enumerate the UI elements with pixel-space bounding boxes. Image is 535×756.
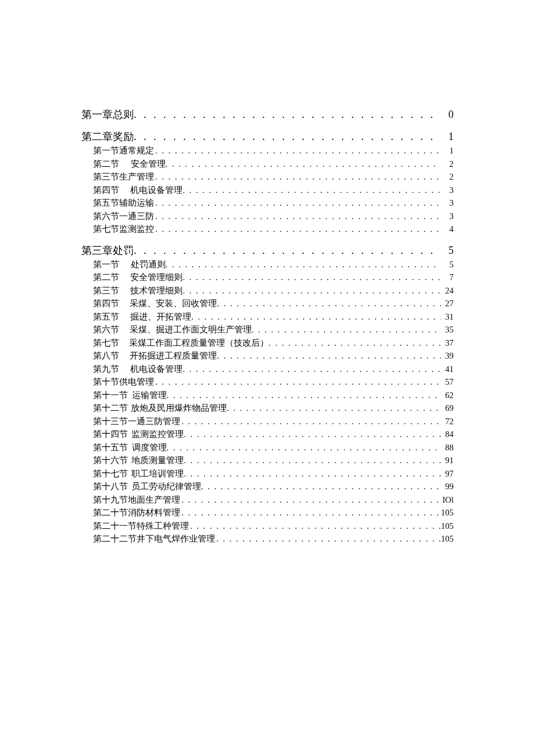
toc-entry: 第七节监测监控 4 [81, 225, 454, 234]
toc-entry-title: 监测监控管理 [131, 430, 184, 439]
toc-leader-dots [155, 173, 441, 181]
toc-entry-title: 放炮及民用爆炸物品管理 [131, 404, 227, 413]
toc-entry-page: 37 [441, 339, 454, 347]
toc-entry-title: 掘进、开拓管理 [130, 313, 191, 321]
toc-entry-title: 采煤、安装、回收管理 [130, 299, 217, 308]
toc-entry-title: 机电设备管理 [130, 365, 183, 374]
toc-entry: 第十六节地质测量管理 91 [81, 456, 454, 465]
toc-entry-title: 处罚通则 [131, 260, 166, 269]
toc-entry-label: 第二十一节特殊工种管理 [93, 522, 189, 531]
toc-entry-page: 105 [441, 508, 454, 517]
toc-entry-label: 第五节 [93, 313, 127, 321]
toc-leader-dots [155, 146, 441, 155]
toc-leader-dots [134, 131, 441, 142]
toc-entry-page: 0 [441, 109, 454, 120]
toc-leader-dots [166, 160, 441, 169]
toc-entry-page: 1 [441, 146, 454, 155]
toc-entry-title: 地质测量管理 [131, 456, 184, 465]
toc-entry-label: 第八节 [93, 352, 127, 360]
toc-entry-label: 第七节 [93, 339, 127, 347]
toc-entry-label: 第十一节 [93, 391, 128, 400]
toc-entry-title: 职工培训管理 [131, 470, 184, 478]
table-of-contents: 第一章总则 0第二章奖励 1第一节通常规定 1第二节安全管理 2第三节生产管理 … [81, 109, 454, 543]
toc-entry-page: 84 [441, 430, 454, 439]
toc-entry: 第十九节地面生产管理 IOl [81, 496, 454, 504]
toc-entry-page: 69 [441, 404, 454, 413]
toc-entry-page: 3 [441, 199, 454, 207]
toc-entry-page: 35 [441, 325, 454, 334]
toc-entry: 第四节机电设备管理 3 [81, 186, 454, 195]
toc-entry-title: 开拓掘进工程质量管理 [130, 352, 217, 360]
toc-entry-page: 88 [441, 443, 454, 452]
toc-entry: 第十八节员工劳动纪律管理 99 [81, 482, 454, 491]
toc-entry-page: 31 [441, 313, 454, 321]
toc-entry: 第十二节放炮及民用爆炸物品管理 69 [81, 404, 454, 413]
toc-entry: 第二十二节井下电气焊作业管理 105 [81, 535, 454, 543]
toc-entry: 第十一节运输管理 62 [81, 391, 454, 400]
toc-entry-label: 第六节 [93, 325, 127, 334]
toc-leader-dots [190, 522, 441, 531]
toc-entry: 第三章处罚 5 [81, 245, 454, 256]
toc-entry: 第十五节调度管理 88 [81, 443, 454, 452]
toc-entry-page: 2 [441, 160, 454, 169]
toc-entry-label: 第四节 [93, 299, 127, 308]
toc-entry: 第二十一节特殊工种管理 105 [81, 522, 454, 531]
toc-entry-label: 第十七节 [93, 470, 128, 478]
toc-entry-label: 第三节生产管理 [93, 173, 154, 181]
toc-leader-dots [227, 404, 441, 413]
toc-leader-dots [183, 286, 441, 295]
toc-entry-title: 调度管理 [132, 443, 167, 452]
toc-entry-page: 41 [441, 365, 454, 374]
toc-entry: 第十七节职工培训管理 97 [81, 470, 454, 478]
toc-entry: 第三节技术管理细则 24 [81, 286, 454, 295]
toc-entry: 第八节开拓掘进工程质量管理 39 [81, 352, 454, 360]
toc-entry: 第二节安全管理细则 7 [81, 273, 454, 282]
toc-leader-dots [167, 391, 441, 400]
toc-entry: 第七节采煤工作面工程质量管理（技改后） 37 [81, 339, 454, 347]
toc-entry-label: 第二十节消防材料管理 [93, 508, 180, 517]
toc-leader-dots [184, 470, 441, 478]
toc-entry-page: 105 [441, 522, 454, 531]
toc-entry: 第十三节一通三防管理 72 [81, 417, 454, 426]
toc-entry-page: 27 [441, 299, 454, 308]
toc-entry-page: 97 [441, 470, 454, 478]
toc-entry-title: 技术管理细则 [130, 286, 183, 295]
toc-leader-dots [155, 225, 441, 234]
toc-entry-page: 72 [441, 417, 454, 426]
toc-entry: 第一节处罚通则 5 [81, 260, 454, 269]
toc-entry-title: 采煤、掘进工作面文明生产管理 [130, 325, 252, 334]
toc-entry: 第九节机电设备管理 41 [81, 365, 454, 374]
toc-entry-label: 第十四节 [93, 430, 128, 439]
toc-entry-page: 3 [441, 186, 454, 195]
toc-leader-dots [183, 273, 441, 282]
toc-leader-dots [155, 378, 441, 386]
toc-leader-dots [134, 245, 441, 256]
toc-entry-page: 4 [441, 225, 454, 234]
toc-entry-label: 第十节供电管理 [93, 378, 154, 386]
toc-entry: 第六节采煤、掘进工作面文明生产管理 35 [81, 325, 454, 334]
toc-entry-label: 第二章奖励 [81, 131, 134, 142]
toc-entry-page: 24 [441, 286, 454, 295]
toc-leader-dots [181, 417, 441, 426]
toc-leader-dots [252, 325, 441, 334]
toc-entry: 第五节辅助运输 3 [81, 199, 454, 207]
toc-entry-label: 第十三节一通三防管理 [93, 417, 180, 426]
toc-entry-label: 第六节一通三防 [93, 212, 154, 221]
toc-entry-label: 第七节监测监控 [93, 225, 154, 234]
toc-entry: 第三节生产管理 2 [81, 173, 454, 181]
toc-entry-page: 1 [441, 131, 454, 142]
toc-leader-dots [181, 496, 441, 504]
toc-leader-dots [217, 299, 441, 308]
toc-leader-dots [167, 443, 441, 452]
toc-leader-dots [166, 260, 441, 269]
toc-entry-page: 3 [441, 212, 454, 221]
toc-entry: 第六节一通三防 3 [81, 212, 454, 221]
toc-entry-label: 第一章总则 [81, 109, 134, 120]
toc-entry-label: 第十六节 [93, 456, 128, 465]
toc-leader-dots [184, 430, 441, 439]
toc-entry-page: 7 [441, 273, 454, 282]
toc-entry: 第四节采煤、安装、回收管理 27 [81, 299, 454, 308]
toc-entry-page: 2 [441, 173, 454, 181]
toc-entry-label: 第二节 [93, 160, 127, 169]
toc-entry-label: 第一节通常规定 [93, 146, 154, 155]
